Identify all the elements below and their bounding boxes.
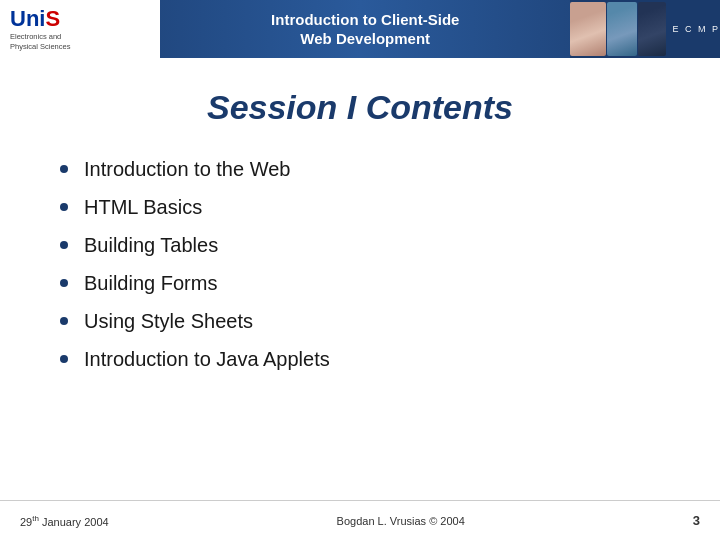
header-title: Introduction to Client-Side Web Developm… (160, 10, 570, 49)
footer-date-suffix: January 2004 (39, 515, 109, 527)
footer-date: 29th January 2004 (20, 514, 109, 528)
logo-sub-line2: Physical Sciences (10, 42, 70, 52)
bullet-text-5: Using Style Sheets (84, 307, 253, 335)
list-item: HTML Basics (60, 193, 660, 221)
bullet-text-4: Building Forms (84, 269, 217, 297)
header-image-3 (638, 2, 666, 56)
list-item: Introduction to the Web (60, 155, 660, 183)
footer-date-prefix: 29 (20, 515, 32, 527)
footer-copyright: Bogdan L. Vrusias © 2004 (337, 515, 465, 527)
header-title-line1: Introduction to Client-Side (180, 10, 550, 30)
main-content: Session I Contents Introduction to the W… (0, 58, 720, 500)
bullet-list: Introduction to the Web HTML Basics Buil… (60, 155, 660, 383)
header-right-decoration: E C M P (570, 0, 720, 58)
logo: UniS Electronics and Physical Sciences (10, 6, 70, 52)
list-item: Building Tables (60, 231, 660, 259)
list-item: Using Style Sheets (60, 307, 660, 335)
header-title-line2: Web Development (180, 29, 550, 49)
ecmp-label: E C M P (672, 24, 720, 34)
bullet-dot (60, 203, 68, 211)
header-image-1 (570, 2, 606, 56)
logo-subtitle: Electronics and Physical Sciences (10, 32, 70, 52)
logo-sub-line1: Electronics and (10, 32, 70, 42)
bullet-text-6: Introduction to Java Applets (84, 345, 330, 373)
header-image-2 (607, 2, 637, 56)
bullet-text-3: Building Tables (84, 231, 218, 259)
bullet-text-1: Introduction to the Web (84, 155, 290, 183)
footer-page-number: 3 (693, 513, 700, 528)
bullet-text-2: HTML Basics (84, 193, 202, 221)
bullet-dot (60, 165, 68, 173)
bullet-dot (60, 241, 68, 249)
logo-uni-text: Uni (10, 6, 45, 31)
footer-date-sup: th (32, 514, 39, 523)
slide-title: Session I Contents (60, 88, 660, 127)
logo-area: UniS Electronics and Physical Sciences (0, 0, 160, 58)
footer: 29th January 2004 Bogdan L. Vrusias © 20… (0, 500, 720, 540)
list-item: Building Forms (60, 269, 660, 297)
logo-uni: UniS (10, 6, 60, 32)
bullet-dot (60, 355, 68, 363)
header: UniS Electronics and Physical Sciences I… (0, 0, 720, 58)
logo-s-text: S (45, 6, 60, 31)
header-images (570, 0, 666, 58)
bullet-dot (60, 279, 68, 287)
bullet-dot (60, 317, 68, 325)
list-item: Introduction to Java Applets (60, 345, 660, 373)
